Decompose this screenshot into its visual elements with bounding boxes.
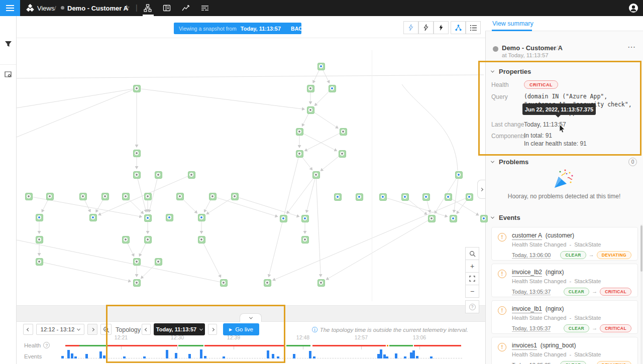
view-settings-button[interactable]	[0, 66, 16, 82]
topology-node[interactable]	[312, 171, 320, 179]
event-time-link[interactable]: Today, 13:06:00	[512, 252, 551, 259]
topology-node[interactable]	[101, 193, 109, 200]
topology-node[interactable]	[480, 215, 488, 222]
topology-node[interactable]	[155, 171, 162, 179]
canvas-help-button[interactable]: ?	[465, 300, 479, 313]
event-component-link[interactable]: invoices1	[512, 342, 537, 350]
topology-node[interactable]	[296, 128, 303, 136]
zoom-in-button[interactable]: +	[465, 260, 479, 273]
topology-node[interactable]	[455, 171, 463, 179]
alerts-button[interactable]	[434, 21, 449, 34]
topology-time-next-button[interactable]	[208, 324, 217, 335]
topology-time-dropdown[interactable]: Today, 11:13:57	[154, 323, 205, 335]
zoom-out-button[interactable]: −	[465, 285, 479, 298]
event-time-link[interactable]: Today, 13:05:37	[512, 289, 551, 295]
topology-node[interactable]	[301, 236, 309, 244]
topology-node[interactable]	[36, 258, 43, 266]
topology-node[interactable]	[144, 236, 152, 244]
fit-to-screen-button[interactable]	[465, 272, 479, 285]
zoom-search-button[interactable]	[465, 247, 479, 260]
events-stream-icon[interactable]	[201, 4, 209, 12]
topology-node[interactable]	[466, 193, 473, 201]
event-card[interactable]: ! invoice_lb2 (nginx) Health State Chang…	[491, 264, 638, 297]
topology-view-icon[interactable]	[144, 4, 152, 12]
topology-node[interactable]	[301, 215, 309, 222]
topology-node[interactable]	[339, 150, 346, 158]
events-scrollbar[interactable]	[640, 224, 642, 364]
topology-node[interactable]	[36, 214, 43, 221]
view-star-icon[interactable]: ☆	[555, 44, 561, 52]
properties-section-header[interactable]: Properties	[491, 68, 531, 75]
event-component-link[interactable]: customer A	[512, 232, 542, 240]
topology-node[interactable]	[198, 236, 205, 244]
events-filter-button[interactable]	[418, 21, 434, 34]
go-live-button[interactable]: ▶Go live	[223, 323, 259, 335]
topology-node[interactable]	[36, 236, 43, 244]
event-time-link[interactable]: Today, 13:05:35	[512, 362, 551, 364]
filter-button[interactable]	[0, 36, 16, 52]
topology-node[interactable]	[231, 193, 239, 200]
topology-node[interactable]	[166, 214, 173, 221]
topology-node[interactable]	[317, 63, 325, 70]
topology-node[interactable]	[445, 193, 452, 201]
topology-node[interactable]	[317, 279, 325, 287]
topology-node[interactable]	[379, 193, 387, 201]
topology-node[interactable]	[422, 193, 430, 201]
topology-node[interactable]	[428, 215, 436, 222]
list-mode-button[interactable]	[466, 21, 481, 34]
view-overflow-menu[interactable]: ⋯	[627, 42, 636, 52]
event-component-link[interactable]: invoice_lb1	[512, 305, 542, 313]
events-section-header[interactable]: Events	[491, 214, 520, 221]
topology-node[interactable]	[334, 193, 342, 201]
problems-filter-button[interactable]	[403, 21, 418, 34]
topology-node[interactable]	[450, 215, 457, 222]
topology-node[interactable]	[356, 193, 363, 201]
topology-node[interactable]	[401, 193, 409, 201]
metrics-view-icon[interactable]	[182, 4, 190, 12]
topology-node[interactable]	[264, 279, 271, 287]
topology-node[interactable]	[307, 106, 314, 114]
event-card[interactable]: ! customer A (customer) Health State Cha…	[491, 227, 638, 261]
event-component-link[interactable]: invoice_lb2	[512, 269, 542, 277]
scrollbar-thumb[interactable]	[640, 225, 642, 272]
topology-node[interactable]	[144, 193, 152, 200]
topology-node[interactable]	[133, 258, 141, 266]
topology-node[interactable]	[122, 236, 130, 244]
topology-node[interactable]	[25, 193, 33, 200]
topology-node[interactable]	[46, 193, 54, 200]
topology-node[interactable]	[133, 85, 141, 92]
tab-view-summary[interactable]: View summary	[492, 20, 533, 27]
topology-node[interactable]	[133, 150, 141, 157]
timeline-zoom-out-button[interactable]	[100, 324, 112, 335]
topology-node[interactable]	[329, 85, 336, 92]
component-view-icon[interactable]	[163, 4, 171, 12]
topology-node[interactable]	[307, 85, 314, 92]
user-avatar-icon[interactable]	[628, 3, 638, 13]
range-next-button[interactable]	[87, 324, 97, 335]
topology-node[interactable]	[296, 150, 303, 158]
event-card[interactable]: ! invoice_lb1 (nginx) Health State Chang…	[491, 300, 638, 334]
back-to-live-button[interactable]: BACK TO LIVE	[291, 26, 328, 32]
topology-time-prev-button[interactable]	[142, 324, 151, 335]
topology-node[interactable]	[79, 193, 87, 200]
topology-node[interactable]	[122, 193, 130, 200]
breadcrumb-views[interactable]: Views	[37, 5, 54, 12]
topology-node[interactable]	[155, 258, 162, 266]
time-range-dropdown[interactable]: 12:12 - 13:12	[36, 324, 84, 335]
hamburger-menu-button[interactable]	[0, 0, 20, 16]
topology-node[interactable]	[188, 171, 195, 179]
topology-node[interactable]	[220, 279, 228, 287]
problems-section-header[interactable]: Problems	[491, 158, 528, 166]
topology-node[interactable]	[209, 193, 217, 200]
event-time-link[interactable]: Today, 13:05:37	[512, 325, 551, 332]
topology-node[interactable]	[133, 279, 141, 287]
topology-node[interactable]	[280, 215, 287, 222]
topology-node[interactable]	[133, 171, 141, 179]
favorite-star-icon[interactable]: ☆	[124, 4, 130, 12]
health-help-icon[interactable]: ?	[43, 342, 50, 348]
topology-node[interactable]	[176, 193, 184, 200]
topology-mode-button[interactable]	[451, 21, 466, 34]
timeline-collapse-tab[interactable]	[240, 313, 262, 322]
event-card[interactable]: ! invoices1 (spring_boot) Health State C…	[491, 337, 638, 364]
topology-node[interactable]	[198, 214, 205, 221]
